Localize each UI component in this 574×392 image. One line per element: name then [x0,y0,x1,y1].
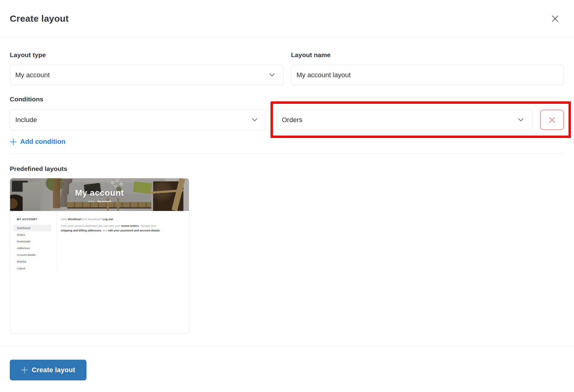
description-text: , manage your [139,224,156,227]
layout-type-field: Layout type My account [10,51,284,85]
description-text: From your account dashboard you can view… [61,224,121,227]
condition-include-select[interactable]: Include [10,110,266,130]
modal-header: Create layout [0,0,574,37]
hero-photo: My account Home / My account [10,178,189,211]
chevron-down-icon [252,118,257,122]
greeting-text: Hello [61,218,68,221]
breadcrumb: Home / My account [88,200,111,203]
layout-name-label: Layout name [291,51,564,59]
thumbnail-content: Hello Woodmart (not Woodmart? Log out) F… [57,211,175,233]
thumbnail-sidebar-item-logout: Logout [13,265,51,272]
thumbnail-sidebar-item-dashboard: Dashboard [13,225,51,231]
condition-row: Include Orders [10,110,564,130]
delete-condition-button[interactable] [540,110,564,130]
breadcrumb-separator: / [96,200,96,203]
conditions-label: Conditions [10,96,564,103]
thumbnail-sidebar-item-orders: Orders [13,231,51,238]
section-divider [10,154,564,154]
layout-type-value: My account [15,71,50,79]
greeting-text: ) [113,218,114,221]
page-title: Create layout [10,13,69,24]
predefined-layouts-label: Predefined layouts [10,165,564,172]
thumbnail-page-body: MY ACCOUNT Dashboard Orders Downloads Ad… [10,211,189,334]
create-layout-label: Create layout [32,366,75,374]
description-text: . [160,229,161,232]
thumbnail-sidebar: MY ACCOUNT Dashboard Orders Downloads Ad… [10,211,57,270]
form-row-type-name: Layout type My account Layout name [10,51,564,85]
breadcrumb-current: My account [98,200,111,203]
layout-name-field: Layout name [291,51,564,85]
close-icon [550,14,560,24]
modal-footer: Create layout [0,346,574,380]
greeting-logout: Log out [103,218,113,221]
description-bold: shipping and billing addresses [61,229,101,232]
thumbnail-sidebar-item-addresses: Addresses [13,245,51,252]
thumbnail-sidebar-item-wishlist: Wishlist [13,258,51,265]
description-text: , and [101,229,108,232]
layout-name-input[interactable] [291,65,564,85]
breadcrumb-home: Home [88,200,94,203]
condition-value: Orders [282,116,302,124]
greeting-username: Woodmart [68,218,81,221]
plus-icon [21,367,28,373]
greeting-text: (not Woodmart? [81,218,102,221]
add-condition-label: Add condition [20,138,65,146]
hero-title: My account [75,188,124,198]
plus-icon [10,138,17,145]
layout-type-label: Layout type [10,51,284,59]
close-button[interactable] [549,13,561,25]
chevron-down-icon [518,118,524,122]
delete-x-icon [548,116,556,124]
description-bold: edit your password and account details [108,229,160,232]
thumbnail-sidebar-title: MY ACCOUNT [13,218,57,221]
hero-text-block: My account Home / My account [10,178,189,211]
create-layout-button[interactable]: Create layout [10,360,86,380]
thumbnail-description: From your account dashboard you can view… [61,224,167,233]
thumbnail-sidebar-item-account-details: Account details [13,252,51,258]
description-bold: recent orders [121,224,139,227]
layout-type-select[interactable]: My account [10,65,284,85]
thumbnail-sidebar-item-downloads: Downloads [13,238,51,245]
condition-include-value: Include [15,116,37,124]
chevron-down-icon [269,73,275,77]
modal-body: Layout type My account Layout name Condi… [0,51,574,334]
add-condition-button[interactable]: Add condition [10,138,65,146]
predefined-layout-thumbnail[interactable]: My account Home / My account MY ACCOUNT … [10,178,189,334]
thumbnail-greeting: Hello Woodmart (not Woodmart? Log out) [61,218,167,221]
condition-value-select[interactable]: Orders [276,110,532,130]
